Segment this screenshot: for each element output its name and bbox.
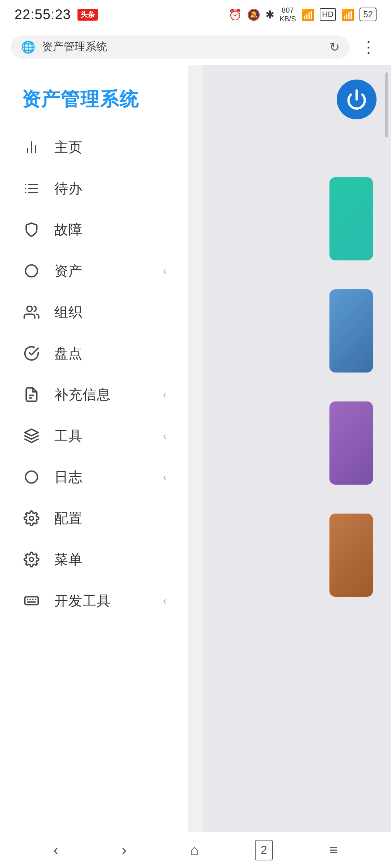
document-icon	[22, 385, 41, 404]
sidebar-item-label-menu: 菜单	[54, 550, 167, 569]
sidebar-item-home[interactable]: 主页	[0, 127, 188, 168]
svg-point-15	[26, 471, 38, 483]
sidebar-item-tools[interactable]: 工具 ‹	[0, 415, 188, 456]
shield-icon	[22, 220, 41, 239]
svg-point-16	[30, 516, 34, 520]
sidebar-item-supplement[interactable]: 补充信息 ‹	[0, 374, 188, 415]
sidebar-item-menu[interactable]: 菜单	[0, 539, 188, 580]
svg-point-11	[27, 306, 32, 312]
gear-icon-config	[22, 509, 41, 528]
keyboard-icon	[22, 591, 41, 610]
signal-icon: 📶	[341, 8, 354, 21]
sidebar-item-fault[interactable]: 故障	[0, 209, 188, 250]
sidebar-item-label-assets: 资产	[54, 262, 163, 280]
bar-chart-icon	[22, 137, 41, 157]
card-purple	[329, 401, 373, 485]
url-bar[interactable]: 🌐 资产管理系统 ↻	[11, 35, 350, 59]
network-speed: 807 KB/S	[279, 6, 296, 23]
toutiao-badge: 头条	[77, 9, 98, 21]
sidebar-item-label-devtools: 开发工具	[54, 592, 163, 610]
back-button[interactable]: ‹	[46, 838, 66, 862]
wifi-icon: 📶	[301, 8, 315, 21]
arrow-icon-supplement: ‹	[163, 388, 167, 401]
sidebar-item-label-tools: 工具	[54, 427, 163, 445]
card-brown	[329, 514, 373, 597]
forward-button[interactable]: ›	[114, 838, 134, 862]
bottom-nav: ‹ › ⌂ 2 ≡	[0, 832, 391, 868]
sidebar-item-label-fault: 故障	[54, 221, 167, 239]
browser-menu-icon[interactable]: ⋮	[357, 34, 380, 60]
list-icon	[22, 179, 41, 198]
main-area: 资产管理系统 主页 待办	[0, 65, 391, 832]
status-time: 22:55:23	[14, 7, 71, 22]
sidebar-item-label-inventory: 盘点	[54, 344, 167, 363]
scrollbar[interactable]	[385, 72, 388, 137]
browser-bar: 🌐 资产管理系统 ↻ ⋮	[0, 29, 391, 65]
svg-point-17	[30, 558, 34, 562]
hd-icon: HD	[320, 8, 336, 21]
globe-icon: 🌐	[21, 40, 35, 54]
sidebar-item-todo[interactable]: 待办	[0, 168, 188, 209]
sidebar-item-logs[interactable]: 日志 ‹	[0, 456, 188, 498]
sidebar-item-devtools[interactable]: 开发工具 ‹	[0, 580, 188, 621]
power-button[interactable]	[337, 80, 377, 119]
circle-icon-assets	[22, 261, 41, 281]
arrow-icon-logs: ‹	[163, 471, 167, 483]
power-icon	[346, 89, 367, 110]
alarm-icon: ⏰	[228, 8, 242, 21]
card-blue	[329, 289, 373, 373]
arrow-icon-tools: ‹	[163, 430, 167, 442]
svg-point-10	[26, 265, 38, 277]
sidebar-item-label-config: 配置	[54, 509, 167, 528]
reload-icon[interactable]: ↻	[329, 40, 340, 54]
card-teal	[329, 177, 373, 260]
sidebar-item-config[interactable]: 配置	[0, 498, 188, 539]
url-text: 资产管理系统	[42, 39, 323, 54]
check-circle-icon	[22, 344, 41, 363]
sidebar-item-label-todo: 待办	[54, 179, 167, 198]
gear-icon-menu	[22, 550, 41, 569]
side-menu: 资产管理系统 主页 待办	[0, 65, 188, 832]
sidebar-item-label-supplement: 补充信息	[54, 386, 163, 404]
mute-icon: 🔕	[247, 8, 260, 21]
users-icon	[22, 302, 41, 322]
tabs-button[interactable]: 2	[255, 840, 273, 860]
status-right-icons: ⏰ 🔕 ✱ 807 KB/S 📶 HD 📶 52	[228, 6, 377, 23]
arrow-icon-assets: ‹	[163, 265, 167, 277]
menu-items-list: 主页 待办 故障	[0, 127, 188, 817]
home-button[interactable]: ⌂	[183, 838, 206, 862]
sidebar-item-org[interactable]: 组织	[0, 292, 188, 333]
sidebar-item-assets[interactable]: 资产 ‹	[0, 250, 188, 292]
bluetooth-icon: ✱	[265, 8, 274, 21]
menu-title: 资产管理系统	[0, 65, 188, 127]
bg-panel	[203, 65, 391, 832]
sidebar-item-label-org: 组织	[54, 303, 167, 322]
layers-icon	[22, 426, 41, 446]
menu-button[interactable]: ≡	[322, 838, 345, 862]
circle-icon-logs	[22, 467, 41, 487]
sidebar-item-inventory[interactable]: 盘点	[0, 333, 188, 374]
arrow-icon-devtools: ‹	[163, 595, 167, 607]
svg-rect-18	[25, 597, 38, 605]
sidebar-item-label-logs: 日志	[54, 468, 163, 486]
svg-marker-14	[25, 429, 38, 436]
status-bar: 22:55:23 头条 ⏰ 🔕 ✱ 807 KB/S 📶 HD 📶 52	[0, 0, 391, 29]
sidebar-item-label-home: 主页	[54, 138, 167, 157]
battery-indicator: 52	[360, 8, 377, 21]
